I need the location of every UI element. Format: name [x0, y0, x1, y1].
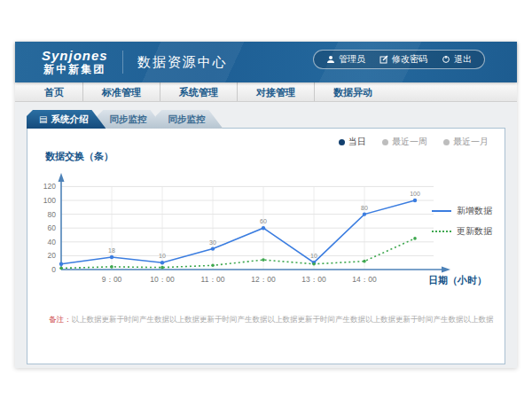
document-icon: ▤: [39, 114, 47, 124]
logout-label: 退出: [454, 53, 472, 66]
svg-text:120: 120: [43, 182, 56, 191]
legend-item-new-data[interactable]: 新增数据: [432, 205, 492, 217]
svg-text:14：00: 14：00: [352, 275, 377, 284]
nav-item[interactable]: 对接管理: [238, 82, 315, 101]
svg-text:13：00: 13：00: [301, 275, 326, 284]
tab-label: 同步监控: [109, 113, 146, 124]
note-text: 以上数据更新于时间产生数据以上数据更新于时间产生数据以上数据更新于时间产生数据以…: [72, 315, 495, 324]
tab-system-intro[interactable]: ▤系统介绍: [27, 110, 106, 129]
nav-item[interactable]: 标准管理: [83, 82, 160, 101]
legend-item-updated-data[interactable]: 更新数据: [432, 225, 492, 238]
svg-text:60: 60: [260, 218, 267, 224]
dotted-line-swatch-icon: [432, 231, 451, 232]
change-password-button[interactable]: 修改密码: [379, 53, 427, 66]
svg-text:80: 80: [48, 210, 57, 219]
power-icon: [442, 55, 450, 64]
note-prefix: 备注：: [49, 315, 72, 324]
content-area: ▤系统介绍 同步监控 同步监控 当日 最近一周: [15, 103, 517, 368]
footer-note: 备注：以上数据更新于时间产生数据以上数据更新于时间产生数据以上数据更新于时间产生…: [49, 315, 494, 325]
tab-sync-monitor-1[interactable]: 同步监控: [97, 110, 164, 129]
nav-item[interactable]: 系统管理: [160, 82, 238, 101]
app-window: Synjones 新中新集团 数据资源中心 管理员 修改密码: [15, 42, 517, 368]
solid-line-swatch-icon: [432, 210, 451, 212]
app-header: Synjones 新中新集团 数据资源中心 管理员 修改密码: [15, 42, 517, 82]
brand-logo-cn: 新中新集团: [42, 64, 108, 75]
change-password-label: 修改密码: [392, 53, 427, 66]
svg-text:60: 60: [48, 223, 57, 232]
main-nav: 首页标准管理系统管理对接管理数据异动: [15, 82, 517, 102]
page-title: 数据资源中心: [137, 54, 228, 71]
svg-text:100: 100: [410, 191, 420, 197]
tab-sync-monitor-2[interactable]: 同步监控: [155, 110, 223, 129]
logout-button[interactable]: 退出: [442, 53, 472, 66]
svg-text:11：00: 11：00: [201, 275, 225, 284]
svg-text:40: 40: [48, 238, 57, 246]
svg-text:18: 18: [108, 247, 115, 254]
chart-legend: 新增数据 更新数据: [432, 205, 492, 238]
svg-text:10：00: 10：00: [150, 275, 175, 284]
header-divider: [122, 51, 123, 74]
legend-label: 新增数据: [457, 205, 492, 217]
x-axis-title: 日期（小时）: [428, 274, 487, 287]
header-actions: 管理员 修改密码 退出: [313, 50, 485, 69]
svg-text:100: 100: [43, 196, 56, 205]
svg-text:9：00: 9：00: [102, 275, 122, 284]
edit-icon: [379, 55, 388, 64]
user-label: 管理员: [339, 53, 365, 66]
svg-text:30: 30: [209, 239, 216, 246]
svg-text:10: 10: [310, 253, 317, 259]
svg-text:12：00: 12：00: [251, 275, 276, 284]
user-button[interactable]: 管理员: [326, 53, 365, 66]
brand-logo-en: Synjones: [42, 49, 108, 64]
legend-label: 更新数据: [457, 225, 492, 238]
person-icon: [326, 55, 335, 64]
svg-text:20: 20: [48, 251, 57, 260]
svg-text:0: 0: [51, 265, 56, 274]
tab-label: 同步监控: [168, 113, 205, 124]
nav-item[interactable]: 首页: [26, 82, 83, 101]
tab-bar: ▤系统介绍 同步监控 同步监控: [27, 110, 223, 129]
svg-text:80: 80: [361, 205, 368, 211]
tab-label: 系统介绍: [51, 113, 88, 124]
nav-item[interactable]: 数据异动: [315, 82, 391, 101]
svg-text:10: 10: [159, 253, 166, 259]
brand-logo: Synjones 新中新集团: [42, 49, 108, 75]
content-panel: 当日 最近一周 最近一月 数据交换（条） 0204060801001209：00…: [27, 128, 505, 364]
